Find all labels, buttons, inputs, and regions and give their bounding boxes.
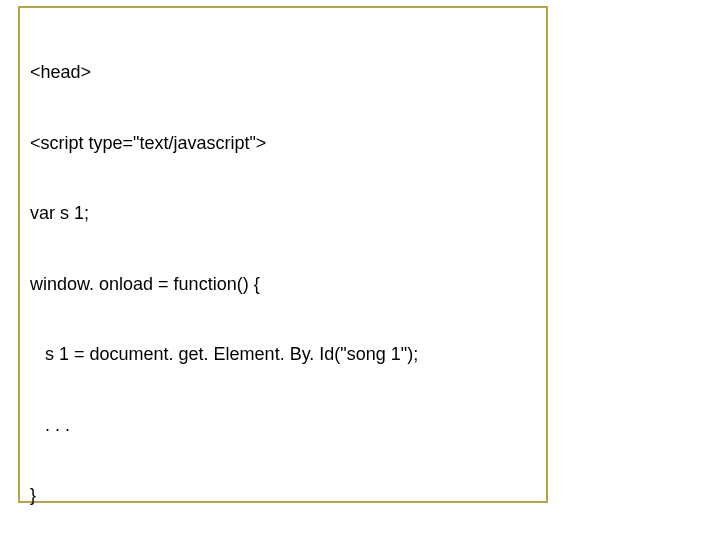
code-line: . . . [30,414,536,438]
code-listing: <head> <script type="text/javascript"> v… [30,14,536,540]
code-line: s 1 = document. get. Element. By. Id("so… [30,343,536,367]
code-line: } [30,484,536,508]
code-frame: <head> <script type="text/javascript"> v… [18,6,548,503]
code-line: window. onload = function() { [30,273,536,297]
code-line: <script type="text/javascript"> [30,132,536,156]
code-line: var s 1; [30,202,536,226]
code-line: <head> [30,61,536,85]
